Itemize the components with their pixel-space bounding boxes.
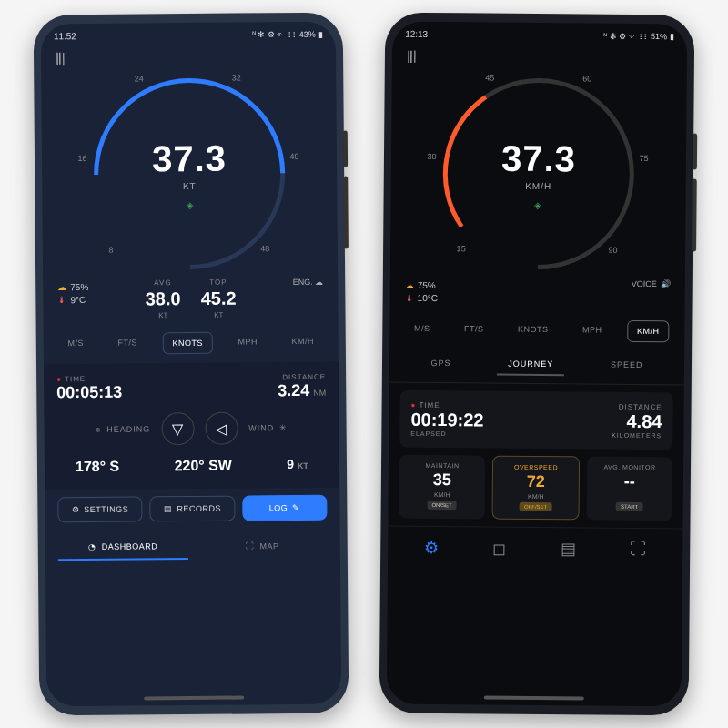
unit-tab-fts[interactable]: FT/S [455,318,493,340]
heading-compass-icon[interactable]: ▽ [161,412,194,445]
nav-map-icon[interactable]: ⛶ [630,540,646,560]
phone-road: 12:13 ᴺ ✻ ⚙ ᯤ ⫶⫶ 51% ▮ ǁ| 153045607590 3… [379,13,695,716]
cloud-icon: ☁ [57,282,66,292]
edit-icon: ✎ [292,503,300,512]
unit-tab-fts[interactable]: FT/S [108,332,147,354]
records-button[interactable]: ▤RECORDS [150,496,236,522]
home-indicator[interactable] [144,696,244,701]
speed-value: 37.3 [501,137,576,179]
tab-map[interactable]: ⛶MAP [197,533,328,560]
speed-unit: KT [183,180,197,190]
unit-tab-ms[interactable]: M/S [405,318,440,340]
unit-selector: M/SFT/SKNOTSMPHKM/H [389,306,684,352]
nav-settings-icon[interactable]: ⚙ [424,538,439,558]
status-bar: 12:13 ᴺ ✻ ⚙ ᯤ ⫶⫶ 51% ▮ [392,22,687,46]
speed-gauge: 81624324048 37.3 KT ◈ [41,68,338,280]
section-tabs: GPSJOURNEYSPEED [389,349,684,386]
gauge-tick: 30 [427,151,436,160]
status-bar: 11:52 ᴺ ✻ ⚙ ᯤ ⫶⫶ 43% ▮ [41,22,336,46]
cloud-icon: ☁ [405,280,414,290]
log-button[interactable]: LOG✎ [242,495,328,521]
unit-tab-mph[interactable]: MPH [228,331,267,353]
wheel-icon: ⎈ [96,425,101,434]
gear-icon: ⚙ [72,505,80,514]
nav-records-icon[interactable]: ▤ [561,539,576,559]
thermometer-icon: 🌡 [57,295,66,305]
wind-direction: 220° SW [175,458,232,475]
unit-tab-knots[interactable]: KNOTS [509,319,558,341]
speaker-icon: 🔊 [661,279,671,288]
unit-tab-knots[interactable]: KNOTS [162,332,213,354]
elapsed-time: 00:19:22 [410,410,483,431]
section-tab-gps[interactable]: GPS [420,353,461,375]
nav-bookmark-icon[interactable]: ◻ [492,539,506,559]
heading-value: 178° S [76,459,119,475]
gauge-tick: 40 [290,151,299,160]
map-icon: ⛶ [246,541,255,551]
gps-icon: ◈ [534,199,541,209]
speed-value: 37.3 [152,137,227,179]
speed-gauge: 153045607590 37.3 KM/H ◈ [390,68,687,280]
unit-tab-kmh[interactable]: KM/H [282,331,323,353]
distance-value: 3.24 [278,381,309,399]
section-tab-journey[interactable]: JOURNEY [497,354,564,377]
overspeed-card[interactable]: OVERSPEED 72 KM/H OFF/SET [492,456,581,521]
bluetooth-icon: ✳ [279,423,288,432]
avg-monitor-card[interactable]: AVG. MONITOR -- START [587,456,673,521]
gps-icon: ◈ [186,199,193,209]
records-icon: ▤ [164,504,173,513]
unit-tab-mph[interactable]: MPH [573,319,612,341]
thermometer-icon: 🌡 [405,293,414,303]
home-indicator[interactable] [484,696,584,701]
phone-nautical: 11:52 ᴺ ✻ ⚙ ᯤ ⫶⫶ 43% ▮ ǁ| 81624324048 37… [34,13,349,716]
wind-compass-icon[interactable]: ◁ [205,412,238,445]
section-tab-speed[interactable]: SPEED [600,355,654,378]
gauge-tick: 75 [639,154,648,163]
unit-tab-kmh[interactable]: KM/H [627,320,670,342]
clock: 12:13 [405,29,428,39]
clock: 11:52 [54,31,76,41]
elapsed-time: 00:05:13 [56,383,122,403]
maintain-card[interactable]: MAINTAIN 35 KM/H ON/SET [399,455,486,520]
gauge-icon: ◔ [88,542,96,551]
unit-tab-ms[interactable]: M/S [58,333,93,355]
wind-speed: 9 [287,457,294,471]
settings-button[interactable]: ⚙SETTINGS [57,496,143,522]
unit-selector: M/SFT/SKNOTSMPHKM/H [44,318,339,365]
gauge-tick: 16 [77,154,86,163]
speed-unit: KM/H [525,180,551,190]
distance-value: 4.84 [612,411,662,432]
tab-dashboard[interactable]: ◔DASHBOARD [58,534,188,561]
